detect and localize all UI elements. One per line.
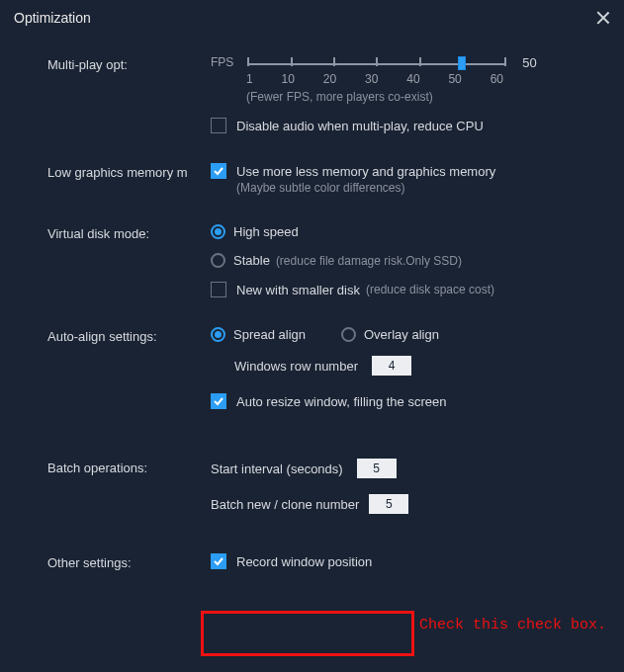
disable-audio-label: Disable audio when multi-play, reduce CP… bbox=[236, 119, 484, 133]
overlay-align-radio[interactable] bbox=[341, 327, 356, 342]
vdisk-stable-sub: (reduce file damage risk.Only SSD) bbox=[276, 254, 462, 268]
clone-number-input[interactable]: 5 bbox=[369, 494, 408, 514]
overlay-align-label: Overlay align bbox=[364, 327, 439, 342]
close-icon[interactable] bbox=[596, 11, 610, 25]
spread-align-label: Spread align bbox=[233, 327, 306, 342]
section-multiplay: Multi-play opt: FPS 50 bbox=[47, 55, 596, 133]
use-less-memory-checkbox[interactable] bbox=[211, 163, 226, 179]
section-batch: Batch operations: Start interval (second… bbox=[47, 459, 596, 514]
vdisk-stable-label: Stable bbox=[233, 253, 270, 268]
lowgfx-label: Low graphics memory m bbox=[47, 163, 211, 180]
annotation-text: Check this check box. bbox=[419, 617, 606, 633]
disable-audio-checkbox[interactable] bbox=[211, 118, 226, 133]
lowgfx-hint: (Maybe subtle color differences) bbox=[236, 181, 596, 195]
record-window-position-checkbox[interactable] bbox=[211, 553, 226, 569]
section-other: Other settings: Record window position bbox=[47, 553, 596, 570]
autoalign-label: Auto-align settings: bbox=[47, 327, 211, 344]
vdisk-stable-radio[interactable] bbox=[211, 253, 225, 268]
vdisk-label: Virtual disk mode: bbox=[47, 224, 211, 241]
vdisk-new-small-label: New with smaller disk bbox=[236, 283, 360, 297]
spread-align-radio[interactable] bbox=[211, 327, 225, 342]
vdisk-new-small-sub: (reduce disk space cost) bbox=[366, 283, 494, 296]
fps-value: 50 bbox=[522, 55, 536, 70]
fps-hint: (Fewer FPS, more players co-exist) bbox=[246, 90, 596, 104]
vdisk-high-radio[interactable] bbox=[211, 224, 225, 239]
dialog-title: Optimization bbox=[14, 10, 596, 26]
start-interval-label: Start interval (seconds) bbox=[211, 462, 343, 476]
use-less-memory-label: Use more less memory and graphics memory bbox=[236, 164, 495, 179]
multiplay-label: Multi-play opt: bbox=[47, 55, 211, 72]
other-label: Other settings: bbox=[47, 553, 211, 570]
batch-label: Batch operations: bbox=[47, 459, 211, 475]
rownum-input[interactable]: 4 bbox=[372, 356, 411, 376]
auto-resize-label: Auto resize window, filling the screen bbox=[236, 394, 446, 409]
record-window-position-label: Record window position bbox=[236, 554, 372, 569]
clone-number-label: Batch new / clone number bbox=[211, 497, 359, 512]
vdisk-high-label: High speed bbox=[233, 224, 299, 239]
fps-slider-thumb[interactable] bbox=[458, 56, 466, 70]
auto-resize-checkbox[interactable] bbox=[211, 393, 226, 409]
section-autoalign: Auto-align settings: Spread align Overla… bbox=[47, 327, 596, 409]
section-vdisk: Virtual disk mode: High speed Stable (re… bbox=[47, 224, 596, 297]
annotation-box bbox=[201, 611, 414, 656]
rownum-label: Windows row number bbox=[234, 359, 358, 374]
section-lowgfx: Low graphics memory m Use more less memo… bbox=[47, 163, 596, 195]
fps-label: FPS bbox=[211, 55, 233, 69]
fps-slider[interactable] bbox=[247, 60, 504, 70]
titlebar: Optimization bbox=[0, 0, 624, 36]
start-interval-input[interactable]: 5 bbox=[357, 459, 397, 478]
vdisk-new-small-checkbox[interactable] bbox=[211, 282, 226, 297]
fps-tick-labels: 1 10 20 30 40 50 60 bbox=[246, 72, 503, 86]
